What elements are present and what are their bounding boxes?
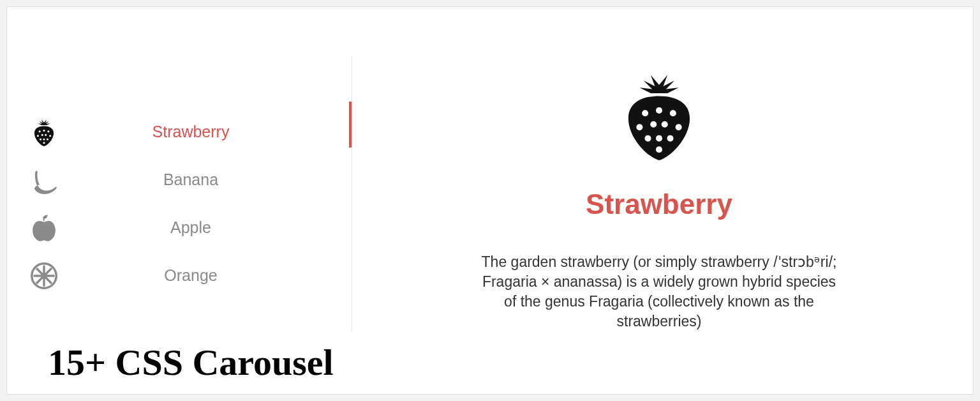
detail-panel: Strawberry The garden strawberry (or sim…: [371, 52, 947, 368]
nav-item-label: Apple: [68, 218, 352, 237]
nav-item-orange[interactable]: Orange: [7, 252, 352, 299]
detail-title: Strawberry: [586, 188, 732, 220]
nav-item-label: Orange: [68, 266, 352, 285]
nav-list: Strawberry Banana Apple Orange: [7, 108, 352, 299]
nav-item-banana[interactable]: Banana: [7, 156, 352, 204]
strawberry-icon: [30, 118, 68, 146]
apple-icon: [30, 214, 68, 242]
orange-icon: [30, 262, 68, 290]
nav-item-apple[interactable]: Apple: [7, 204, 352, 252]
strawberry-icon: [614, 71, 704, 163]
banana-icon: [30, 166, 68, 194]
sidebar: Strawberry Banana Apple Orange: [7, 7, 352, 394]
nav-item-label: Strawberry: [68, 123, 352, 141]
detail-description: The garden strawberry (or simply strawbe…: [480, 252, 838, 331]
vertical-divider: [352, 57, 352, 331]
nav-item-strawberry[interactable]: Strawberry: [7, 108, 352, 156]
carousel-card: Strawberry Banana Apple Orange: [6, 6, 974, 395]
nav-item-label: Banana: [68, 170, 352, 189]
page-heading: 15+ CSS Carousel: [48, 341, 334, 384]
